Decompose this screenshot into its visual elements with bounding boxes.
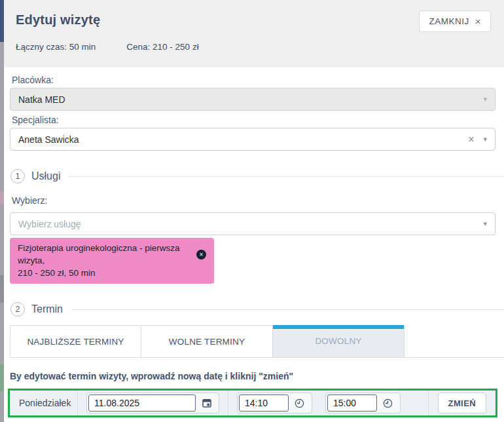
service-select-placeholder: Wybierz usługę <box>18 219 81 229</box>
specialist-value: Aneta Sawicka <box>18 134 79 145</box>
services-step-number: 1 <box>10 169 25 183</box>
edit-visit-modal-screen: Edytuj wizytę ZAMKNIJ × Łączny czas: 50 … <box>0 0 504 422</box>
calendar-icon[interactable] <box>196 394 217 412</box>
divider <box>428 391 429 415</box>
modal-header: Edytuj wizytę ZAMKNIJ × Łączny czas: 50 … <box>4 0 504 67</box>
time-from-input[interactable] <box>239 394 289 412</box>
divider <box>69 176 504 177</box>
edit-visit-modal: Edytuj wizytę ZAMKNIJ × Łączny czas: 50 … <box>4 0 504 422</box>
selected-service-name: Fizjoterapia uroginekologiczna - pierwsz… <box>18 242 190 267</box>
time-from-group <box>237 393 312 413</box>
modal-body: Placówka: Natka MED ▾ Specjalista: Aneta… <box>4 67 504 422</box>
price-text: Cena: 210 - 250 zł <box>126 42 198 52</box>
change-button[interactable]: ZMIEŃ <box>438 393 486 413</box>
divider <box>228 391 228 415</box>
date-input-group <box>86 393 219 413</box>
active-tab-indicator <box>273 325 404 329</box>
tab-label: NAJBLIŻSZE TERMINY <box>27 337 124 347</box>
time-to-group <box>325 393 401 413</box>
chevron-down-icon: ▾ <box>483 96 487 103</box>
tab-nearest-terms[interactable]: NAJBLIŻSZE TERMINY <box>10 325 141 357</box>
date-input[interactable] <box>88 394 196 412</box>
total-time-text: Łączny czas: 50 min <box>16 42 96 52</box>
choose-service-label: Wybierz: <box>12 195 495 206</box>
tab-label: WOLNE TERMINY <box>169 337 245 347</box>
chevron-down-icon: ▾ <box>483 136 487 143</box>
clear-icon[interactable]: × <box>468 134 483 145</box>
chevron-down-icon: ▾ <box>483 220 487 227</box>
tab-label: DOWOLNY <box>315 336 361 346</box>
services-section-title: Usługi <box>31 170 60 182</box>
term-section-title: Termin <box>31 303 63 315</box>
term-tabbar: NAJBLIŻSZE TERMINY WOLNE TERMINY DOWOLNY <box>10 325 504 358</box>
divider <box>71 309 504 310</box>
time-to-input[interactable] <box>327 394 377 412</box>
divider <box>77 391 78 415</box>
close-button-label: ZAMKNIJ <box>429 16 469 26</box>
tab-any-term[interactable]: DOWOLNY <box>273 325 405 357</box>
selected-service-tag: Fizjoterapia uroginekologiczna - pierwsz… <box>10 238 214 284</box>
specialist-select[interactable]: Aneta Sawicka × ▾ <box>10 128 495 151</box>
close-icon: × <box>475 16 481 27</box>
clock-icon[interactable] <box>289 394 310 412</box>
day-label: Poniedziałek <box>19 398 77 408</box>
selected-service-details: 210 - 250 zł, 50 min <box>18 267 206 279</box>
facility-select[interactable]: Natka MED ▾ <box>10 88 495 111</box>
remove-service-icon[interactable]: × <box>196 250 206 259</box>
edit-term-instruction: By edytować termin wizyty, wprowadź nową… <box>10 371 495 381</box>
schedule-row: Poniedziałek <box>8 389 497 417</box>
services-section-header: 1 Usługi <box>10 169 504 183</box>
facility-value: Natka MED <box>18 94 65 105</box>
clock-icon[interactable] <box>377 394 399 412</box>
page-title: Edytuj wizytę <box>16 10 100 28</box>
term-step-number: 2 <box>10 302 25 316</box>
facility-label: Placówka: <box>12 75 495 85</box>
term-section-header: 2 Termin <box>10 302 504 316</box>
tab-free-terms[interactable]: WOLNE TERMINY <box>141 325 273 357</box>
close-button[interactable]: ZAMKNIJ × <box>419 10 491 32</box>
specialist-label: Specjalista: <box>12 115 495 125</box>
service-select[interactable]: Wybierz usługę ▾ <box>10 212 495 235</box>
